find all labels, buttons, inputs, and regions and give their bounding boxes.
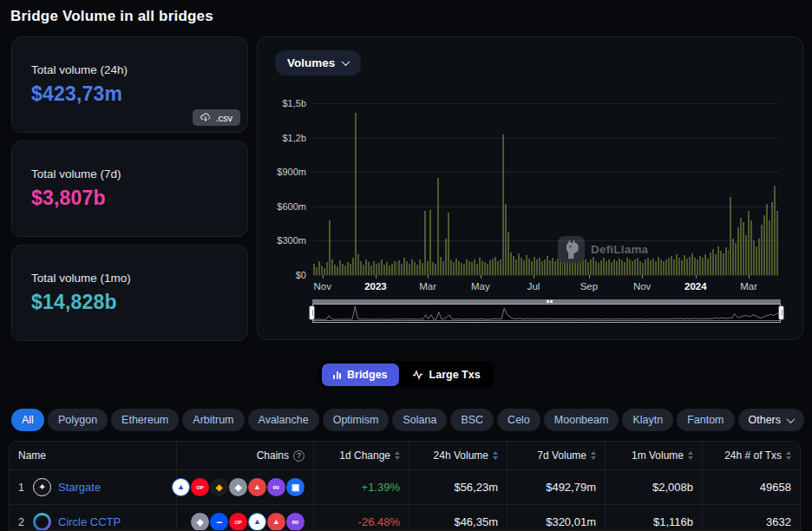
chain-icon-base: − xyxy=(210,513,228,531)
volume-bar xyxy=(624,262,625,275)
volume-bar xyxy=(715,254,717,275)
volume-bar xyxy=(487,264,488,275)
date-range-slider[interactable] xyxy=(310,299,783,325)
chevron-down-icon xyxy=(342,57,350,66)
volume-bar xyxy=(386,262,388,275)
volume-bar xyxy=(442,261,444,275)
x-axis-label: Jul xyxy=(527,281,540,292)
change-cell: +1.39% xyxy=(313,470,409,504)
chain-filter-solana[interactable]: Solana xyxy=(392,409,447,431)
volume-bar xyxy=(712,249,714,275)
chain-filter-moonbeam[interactable]: Moonbeam xyxy=(544,409,619,431)
volume-bar xyxy=(360,261,362,275)
volume-bar xyxy=(331,259,333,275)
volume-bar xyxy=(655,261,657,275)
table-row: 2Circle CCTP◆−OP▲▲∞-26.48%$46,35m$320,01… xyxy=(10,504,800,531)
sort-icon xyxy=(493,451,498,460)
download-csv-button[interactable]: .csv xyxy=(193,109,240,126)
volume-bar xyxy=(352,258,354,275)
volume-bar xyxy=(324,268,325,275)
volume-bar xyxy=(710,252,711,275)
bridge-link[interactable]: Circle CCTP xyxy=(58,515,121,528)
volume-bar xyxy=(753,240,755,275)
volume-bar xyxy=(424,211,426,275)
column-header-chains[interactable]: Chains? xyxy=(176,442,313,469)
volume-bar xyxy=(691,253,693,275)
help-icon[interactable]: ? xyxy=(293,450,304,462)
volume-bar xyxy=(694,258,696,275)
chain-filter-fantom[interactable]: Fantom xyxy=(677,409,734,431)
column-header-24h-volume[interactable]: 24h Volume xyxy=(409,442,507,469)
volume-bar xyxy=(758,239,760,275)
volume-bar xyxy=(329,220,331,275)
volume-bar xyxy=(554,261,556,275)
volume-bar xyxy=(337,266,338,275)
sort-icon xyxy=(786,451,791,460)
slider-handle-left[interactable] xyxy=(309,305,315,320)
volume-bar xyxy=(756,246,757,275)
volume-bar xyxy=(665,259,667,275)
volume-bar xyxy=(740,218,742,275)
volume-bar xyxy=(526,255,527,275)
chain-filter-polygon[interactable]: Polygon xyxy=(48,409,108,431)
x-axis-tick xyxy=(323,275,324,279)
column-header-7d-volume[interactable]: 7d Volume xyxy=(507,442,605,469)
minimap-chart xyxy=(313,305,781,321)
chain-filter-bsc[interactable]: BSC xyxy=(450,409,494,431)
view-toggle: Bridges Large Txs xyxy=(319,361,494,389)
volume-bar xyxy=(313,264,315,275)
volume-bar xyxy=(492,259,494,275)
watermark-text: DefiLlama xyxy=(591,243,648,256)
bridge-link[interactable]: Stargate xyxy=(58,481,101,494)
column-header-label: 24h Volume xyxy=(434,449,488,462)
chain-filter-klaytn[interactable]: Klaytn xyxy=(622,409,673,431)
chain-filter-all[interactable]: All xyxy=(11,409,44,431)
chain-filter-ethereum[interactable]: Ethereum xyxy=(111,409,179,431)
row-rank: 2 xyxy=(18,516,31,528)
vol1m-cell: $2,008b xyxy=(605,470,702,504)
column-header-label: Chains xyxy=(257,449,289,462)
volume-bar xyxy=(521,258,522,275)
volume-bar xyxy=(574,262,576,275)
volume-bar xyxy=(394,261,396,276)
volume-bar xyxy=(510,252,512,275)
chain-filter-celo[interactable]: Celo xyxy=(497,409,540,431)
y-axis-label: $600m xyxy=(254,201,306,212)
volume-bar xyxy=(435,264,436,275)
stat-value: $3,807b xyxy=(31,187,247,210)
volume-bar xyxy=(541,261,543,276)
tab-large-txs[interactable]: Large Txs xyxy=(401,364,492,386)
chain-icon-ethereum: ◆ xyxy=(191,513,209,531)
chain-filter-avalanche[interactable]: Avalanche xyxy=(248,409,319,431)
slider-window[interactable] xyxy=(312,304,781,323)
chart-metric-select[interactable]: Volumes xyxy=(275,50,361,75)
column-header-24h-of-txs[interactable]: 24h # of Txs xyxy=(702,442,800,469)
vol1m-cell: $1,116b xyxy=(605,505,702,531)
slider-handle-right[interactable] xyxy=(778,305,784,320)
slider-grip-icon[interactable] xyxy=(547,300,553,303)
chain-icon-avalanche: ▲ xyxy=(267,513,285,531)
x-axis-tick xyxy=(534,275,534,279)
chain-filter-arbitrum[interactable]: Arbitrum xyxy=(182,409,244,431)
stat-value: $423,73m xyxy=(31,82,247,106)
chain-filter-optimism[interactable]: Optimism xyxy=(323,409,390,431)
row-rank: 1 xyxy=(18,482,31,494)
volume-bar xyxy=(318,261,320,275)
volume-bar xyxy=(466,259,468,275)
chain-icon-avalanche: ▲ xyxy=(248,478,266,496)
vol7d-cell: $492,79m xyxy=(507,470,605,504)
column-header-1d-change[interactable]: 1d Change xyxy=(313,442,409,469)
volume-bar xyxy=(606,261,607,275)
stat-label: Total volume (24h) xyxy=(31,63,247,76)
chain-filter-others-dropdown[interactable]: Others xyxy=(738,409,805,431)
volume-bar xyxy=(528,259,530,275)
column-header-1m-volume[interactable]: 1m Volume xyxy=(605,442,702,469)
volume-bar xyxy=(523,260,525,275)
tab-bridges[interactable]: Bridges xyxy=(322,364,399,386)
chain-icon-arbitrum: ▲ xyxy=(248,513,266,531)
volume-bar xyxy=(544,259,546,275)
volume-bar xyxy=(552,258,553,275)
chain-icon-binance: ◆ xyxy=(210,478,228,496)
volume-bar xyxy=(598,263,599,275)
x-axis-tick xyxy=(696,275,697,279)
